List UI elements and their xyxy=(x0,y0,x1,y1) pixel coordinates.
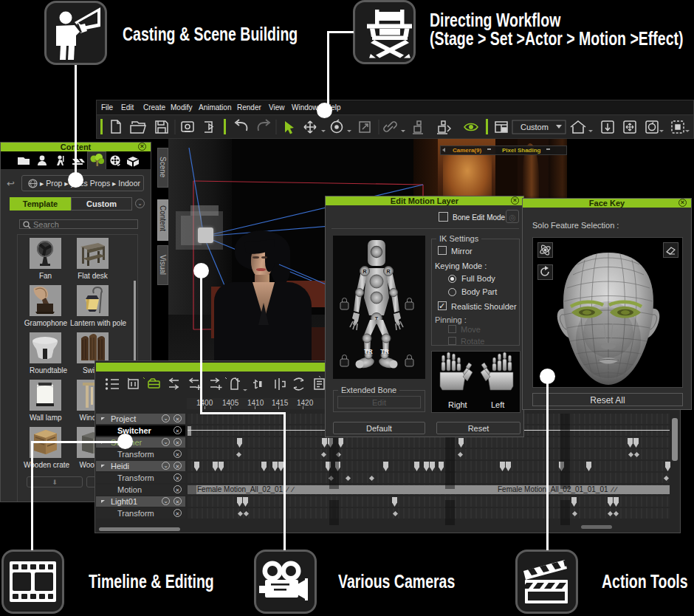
svg-text:TR: TR xyxy=(364,348,372,355)
svg-text:R: R xyxy=(386,269,390,274)
svg-text:TR: TR xyxy=(380,348,388,355)
svg-text:R: R xyxy=(363,269,366,274)
svg-text:Custom: Custom xyxy=(520,123,549,131)
